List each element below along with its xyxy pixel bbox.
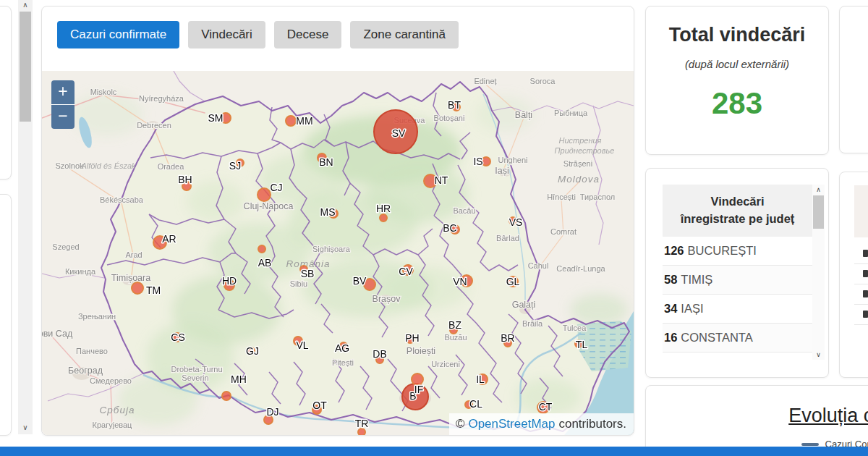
map-place-label: Brăila — [522, 319, 543, 328]
county-label-tm: TM — [146, 284, 161, 296]
map-place-label: Тираспол — [580, 193, 615, 201]
recoveries-list-rows: 126BUCUREȘTI58TIMIȘ34IAȘI16CONSTANTA — [663, 237, 812, 352]
map-place-label: Nyíregyháza — [139, 94, 184, 103]
tab-zone-carantin-[interactable]: Zone carantină — [350, 21, 458, 48]
map-place-label: Београд — [68, 366, 103, 376]
map-place-label: Alföld és Észak — [80, 161, 136, 170]
map-svg: MiskolcNyíregyházaDebrecenSzolnokOradeaB… — [42, 71, 634, 435]
county-label-hd: HD — [222, 275, 237, 287]
county-bubble-tr[interactable] — [358, 428, 365, 435]
total-recoveries-title: Total vindecări — [646, 24, 828, 46]
county-label-ag: AG — [335, 342, 349, 354]
legend-dash-icon — [801, 443, 819, 446]
evolution-title: Evoluția cazurilor — [788, 405, 868, 427]
map-place-label: Нови Сад — [42, 329, 73, 339]
county-bubble-mm[interactable] — [286, 116, 296, 126]
county-label-gj: GJ — [246, 345, 259, 357]
county-label-if: IF — [414, 384, 423, 395]
county-bubble-cj[interactable] — [258, 188, 271, 201]
county-row-constanta: 16CONSTANTA — [663, 324, 812, 352]
map-place-label: Tulcea — [563, 324, 587, 332]
right-clipped-row — [854, 284, 868, 305]
map-place-label: Смедерево — [90, 376, 132, 385]
county-label-vs: VS — [509, 216, 523, 228]
county-label-hr: HR — [376, 203, 391, 214]
county-label-nt: NT — [435, 174, 448, 186]
scroll-up-icon[interactable]: ∧ — [18, 0, 33, 10]
list-scroll-down-icon[interactable]: ∨ — [812, 350, 825, 360]
recoveries-by-county-card: Vindecări înregistrate pe județ 126BUCUR… — [645, 168, 829, 378]
scroll-down-icon[interactable]: ∨ — [18, 423, 33, 433]
footer-bar — [0, 447, 868, 456]
map-place-label: Ceadîr-Lunga — [556, 264, 605, 273]
county-label-cs: CS — [171, 332, 184, 343]
map-place-label: Cahul — [528, 261, 549, 270]
county-label-ar: AR — [162, 233, 176, 245]
map-place-label: Arad — [125, 250, 142, 259]
county-label-dj: DJ — [266, 406, 278, 418]
county-bubble-hr[interactable] — [380, 214, 387, 221]
tab-vindec-ri[interactable]: Vindecări — [188, 21, 265, 48]
county-label-ab: AB — [258, 257, 272, 269]
tab-cazuri-confirmate[interactable]: Cazuri confirmate — [57, 21, 179, 48]
recoveries-list-header: Vindecări înregistrate pe județ — [663, 185, 812, 237]
page-scrollbar[interactable]: ∧ ∨ — [18, 0, 33, 434]
evolution-card: Evoluția cazurilor Cazuri Confirmate — [645, 385, 868, 456]
map-place-label: Приднестровье — [555, 146, 615, 155]
zoom-out-button[interactable]: − — [51, 105, 75, 129]
map-place-label: Szolnok — [55, 161, 84, 170]
county-label-cv: CV — [399, 266, 413, 277]
county-bubble-is[interactable] — [482, 157, 490, 166]
county-label-tr: TR — [355, 418, 369, 429]
map-place-label: Iași — [495, 166, 509, 176]
zoom-in-button[interactable]: + — [51, 80, 75, 105]
county-row-bucurești: 126BUCUREȘTI — [663, 237, 812, 266]
map-place-label: Botoșani — [434, 114, 465, 122]
map-place-label: Bacău — [453, 206, 475, 215]
openstreetmap-link[interactable]: OpenStreetMap — [468, 417, 555, 431]
county-label-sv: SV — [392, 127, 406, 139]
map-place-label: Buzău — [444, 333, 467, 342]
map-place-label: Drobeta-Turnu — [171, 365, 222, 373]
map-place-label: Strășeni — [563, 159, 592, 168]
right-clipped-list-header — [854, 185, 868, 237]
county-label-ms: MS — [320, 206, 336, 218]
map-zoom-control: + − — [51, 80, 75, 129]
map-place-label: Зрењанин — [78, 312, 116, 321]
map-place-label: Крагујевац — [93, 421, 133, 429]
county-bubble-tm[interactable] — [132, 282, 143, 294]
county-label-br: BR — [501, 332, 514, 344]
map[interactable]: + − — [42, 71, 634, 435]
map-place-label: Miskolc — [90, 88, 117, 96]
county-label-il: IL — [476, 373, 485, 385]
map-place-label: Oradea — [158, 162, 185, 171]
county-label-vn: VN — [453, 276, 467, 287]
recoveries-by-county-list[interactable]: Vindecări înregistrate pe județ 126BUCUR… — [663, 185, 825, 360]
map-place-label: Кикинда — [65, 267, 96, 276]
map-place-label: Severin — [182, 373, 208, 382]
map-place-label: Cluj-Napoca — [244, 201, 294, 211]
county-bubble-mh[interactable] — [222, 392, 231, 400]
county-label-ct: CT — [539, 401, 553, 413]
map-attribution: © OpenStreetMap contributors. — [449, 413, 634, 435]
map-place-label: Urziceni — [431, 360, 460, 368]
county-label-bn: BN — [319, 156, 333, 168]
map-card: Cazuri confirmateVindecăriDeceseZone car… — [41, 6, 634, 436]
map-place-label: Timișoara — [111, 273, 150, 283]
county-label-is: IS — [473, 156, 482, 167]
list-scroll-up-icon[interactable]: ∧ — [812, 185, 825, 195]
map-place-label: Нистрения — [559, 136, 602, 145]
county-label-tl: TL — [576, 339, 588, 350]
right-clipped-card-top — [839, 6, 868, 153]
county-label-bv: BV — [353, 275, 367, 287]
list-scrollbar[interactable]: ∧ ∨ — [812, 185, 825, 360]
county-label-sj: SJ — [229, 160, 241, 172]
map-place-label: Sibiu — [290, 279, 307, 288]
list-scrollbar-thumb[interactable] — [813, 195, 824, 229]
county-label-gl: GL — [506, 276, 520, 287]
map-place-label: Bârlad — [496, 234, 519, 242]
map-place-label: Рыбница — [554, 109, 588, 117]
page-scrollbar-thumb[interactable] — [20, 12, 31, 122]
tab-decese[interactable]: Decese — [274, 21, 342, 48]
county-bubble-ab[interactable] — [258, 245, 265, 253]
